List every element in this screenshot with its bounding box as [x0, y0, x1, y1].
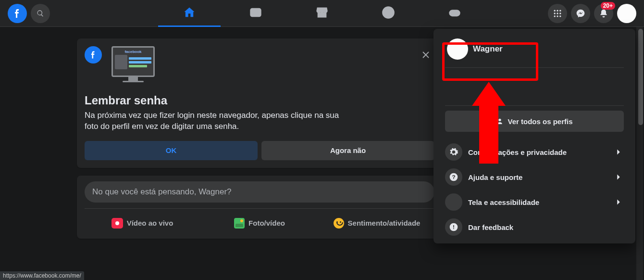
see-all-label: Ver todos os perfis — [508, 117, 572, 126]
nav-marketplace[interactable] — [291, 0, 353, 27]
gear-icon — [445, 143, 462, 161]
svg-point-9 — [559, 10, 561, 11]
divider — [445, 67, 624, 68]
dropdown-profile-link[interactable]: Wagner — [441, 33, 628, 65]
composer-photo-video[interactable]: Foto/vídeo — [202, 214, 317, 233]
remember-password-card: facebook Lembrar senha Na próxima vez qu… — [77, 38, 442, 168]
svg-point-3 — [389, 10, 391, 13]
dropdown-item-label: Dar feedback — [468, 223, 624, 231]
remember-body: Na próxima vez que fizer login neste nav… — [85, 110, 344, 132]
dropdown-item-label: Configurações e privacidade — [468, 148, 607, 156]
facebook-logo-icon — [85, 46, 102, 64]
chevron-right-icon — [613, 147, 624, 157]
svg-point-8 — [557, 10, 558, 11]
dropdown-display-accessibility[interactable]: Tela e acessibilidade — [441, 190, 628, 215]
dropdown-settings-privacy[interactable]: Configurações e privacidade — [441, 140, 628, 165]
svg-point-12 — [559, 13, 561, 14]
svg-point-11 — [557, 13, 558, 14]
not-now-button[interactable]: Agora não — [261, 141, 434, 160]
account-avatar-button[interactable] — [617, 4, 636, 23]
dropdown-item-label: Tela e acessibilidade — [468, 198, 607, 206]
nav-tabs — [158, 0, 486, 27]
svg-point-15 — [559, 15, 561, 17]
nav-watch[interactable] — [224, 0, 287, 27]
svg-point-5 — [457, 12, 458, 13]
messenger-button[interactable] — [571, 4, 590, 23]
dropdown-help-support[interactable]: ? Ajuda e suporte — [441, 165, 628, 190]
facebook-logo[interactable] — [8, 4, 27, 23]
profile-name: Wagner — [473, 44, 503, 54]
smiley-icon — [334, 218, 344, 229]
nav-home[interactable] — [158, 0, 221, 27]
composer-live-video[interactable]: Vídeo ao vivo — [85, 214, 200, 233]
composer-photo-label: Foto/vídeo — [248, 219, 285, 227]
svg-point-13 — [554, 15, 556, 17]
composer-card: No que você está pensando, Wagner? Vídeo… — [77, 176, 442, 239]
composer-input[interactable]: No que você está pensando, Wagner? — [85, 181, 434, 203]
account-dropdown: Wagner Ver todos os perfis Configurações… — [433, 29, 635, 243]
menu-grid-button[interactable] — [548, 4, 567, 23]
feedback-icon: ! — [445, 218, 462, 236]
moon-icon — [445, 193, 462, 211]
svg-point-1 — [383, 7, 394, 18]
svg-point-14 — [557, 15, 558, 17]
chevron-right-icon — [613, 172, 624, 182]
video-camera-icon — [111, 218, 123, 229]
composer-feeling-label: Sentimento/atividade — [348, 219, 421, 227]
remember-title: Lembrar senha — [85, 94, 434, 107]
divider — [445, 105, 624, 106]
chevron-right-icon — [613, 197, 624, 207]
nav-gaming[interactable] — [423, 0, 486, 27]
feed-column: facebook Lembrar senha Na próxima vez qu… — [77, 27, 442, 280]
svg-text:!: ! — [453, 224, 455, 230]
search-button[interactable] — [31, 4, 50, 23]
svg-point-7 — [554, 10, 556, 11]
illustration-label: facebook — [115, 50, 151, 54]
notifications-button[interactable]: 20+ — [594, 4, 613, 23]
people-icon — [496, 117, 504, 125]
svg-point-2 — [385, 10, 388, 13]
help-icon: ? — [445, 168, 462, 186]
nav-groups[interactable] — [357, 0, 420, 27]
close-button[interactable] — [417, 46, 434, 64]
svg-rect-4 — [450, 10, 460, 16]
svg-point-6 — [458, 13, 458, 14]
browser-status-url: https://www.facebook.com/me/ — [0, 271, 84, 280]
composer-live-label: Vídeo ao vivo — [127, 219, 173, 227]
photo-icon — [234, 218, 245, 229]
top-navbar: 20+ — [0, 0, 644, 27]
top-right-actions: 20+ — [548, 4, 636, 23]
ok-button[interactable]: OK — [85, 141, 258, 160]
svg-point-10 — [554, 13, 556, 14]
monitor-illustration: facebook — [111, 46, 155, 82]
page-scrollbar-thumb[interactable] — [638, 29, 643, 125]
notifications-badge: 20+ — [601, 2, 615, 10]
see-all-profiles-button[interactable]: Ver todos os perfis — [445, 111, 624, 132]
avatar — [447, 38, 468, 60]
svg-text:?: ? — [452, 174, 455, 180]
dropdown-item-label: Ajuda e suporte — [468, 173, 607, 181]
dropdown-feedback[interactable]: ! Dar feedback — [441, 215, 628, 240]
composer-feeling[interactable]: Sentimento/atividade — [319, 214, 434, 233]
